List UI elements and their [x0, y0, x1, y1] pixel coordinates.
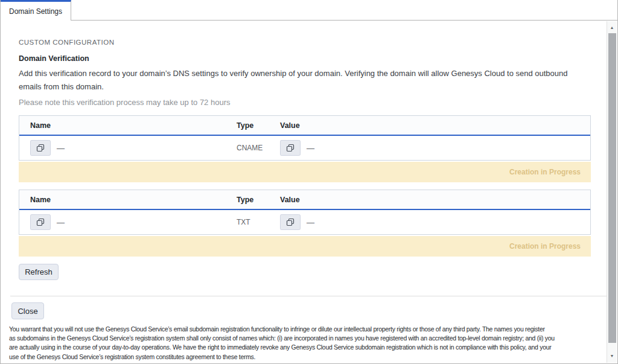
copy-cname-name-button[interactable] [30, 140, 51, 156]
column-header-value: Value [280, 121, 590, 130]
copy-icon [36, 218, 45, 226]
tab-label: Domain Settings [9, 7, 62, 16]
column-header-type: Type [237, 121, 280, 130]
column-header-name: Name [19, 196, 237, 204]
status-badge: Creation in Progress [509, 242, 581, 251]
table-row: — TXT — [19, 210, 590, 234]
table-header-row: Name Type Value [19, 116, 590, 136]
copy-txt-name-button[interactable] [30, 214, 51, 230]
scrollbar-thumb[interactable] [608, 33, 616, 343]
section-title: Domain Verification [19, 54, 89, 63]
tab-bar-divider [1, 20, 617, 21]
column-header-type: Type [237, 196, 280, 204]
tab-domain-settings[interactable]: Domain Settings [1, 0, 71, 21]
scroll-up-button[interactable]: ▲ [607, 22, 617, 32]
verification-description: Add this verification record to your dom… [19, 67, 590, 93]
domain-settings-panel: Domain Settings CUSTOM CONFIGURATION Dom… [0, 0, 618, 364]
cname-name-value: — [57, 144, 65, 153]
section-eyebrow: CUSTOM CONFIGURATION [19, 39, 114, 46]
cname-record-type: CNAME [237, 144, 263, 152]
column-header-name: Name [19, 121, 237, 130]
status-badge: Creation in Progress [509, 168, 581, 176]
legal-line: You warrant that you will not use the Ge… [9, 325, 614, 334]
txt-status-band: Creation in Progress [19, 236, 591, 257]
cname-status-band: Creation in Progress [19, 162, 591, 182]
copy-icon [36, 144, 45, 152]
verification-note: Please note this verification process ma… [19, 98, 230, 107]
txt-value-value: — [307, 218, 314, 227]
txt-record-type: TXT [237, 218, 250, 226]
copy-txt-value-button[interactable] [280, 214, 301, 230]
cname-value-value: — [307, 144, 314, 153]
cname-record-table: Name Type Value — CNAME — [19, 115, 591, 161]
copy-cname-value-button[interactable] [280, 140, 301, 156]
close-button[interactable]: Close [11, 302, 44, 319]
legal-text: You warrant that you will not use the Ge… [9, 325, 614, 362]
vertical-scrollbar[interactable]: ▲ ▼ [607, 21, 617, 363]
footer-divider [10, 296, 609, 296]
copy-icon [286, 144, 295, 152]
refresh-button[interactable]: Refresh [19, 264, 59, 280]
scroll-up-icon: ▲ [610, 25, 614, 30]
copy-icon [286, 218, 295, 226]
legal-line: are actually using in the course of your… [9, 343, 614, 352]
txt-name-value: — [57, 218, 65, 227]
legal-line: as subdomains in the Genesys Cloud Servi… [9, 334, 614, 343]
scroll-down-button[interactable]: ▼ [607, 351, 617, 360]
scroll-down-icon: ▼ [610, 354, 614, 358]
legal-line: use of the Genesys Cloud Service’s regis… [9, 353, 614, 362]
table-row: — CNAME — [19, 136, 590, 160]
column-header-value: Value [280, 196, 590, 204]
table-header-row: Name Type Value [19, 190, 590, 210]
txt-record-table: Name Type Value — TXT — [19, 190, 591, 235]
